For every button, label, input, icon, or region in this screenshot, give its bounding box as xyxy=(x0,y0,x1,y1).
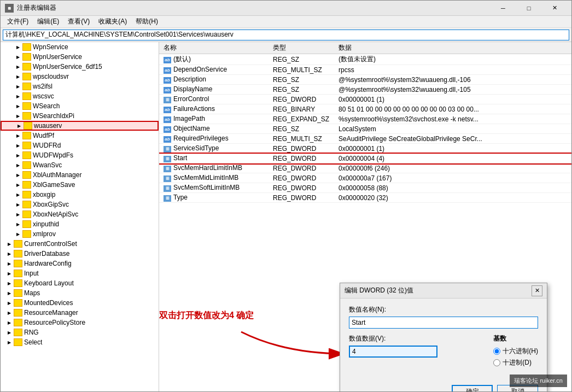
tree-item-wudfwpdfs[interactable]: ▶ WUDFWpdFs xyxy=(1,150,159,160)
tree-item-xblgamesave[interactable]: ▶ XblGameSave xyxy=(1,180,159,190)
reg-type-icon: ⊞ xyxy=(164,195,171,202)
reg-name-cell: abRequiredPrivileges xyxy=(159,134,269,144)
reg-type-icon: ⊞ xyxy=(164,166,171,172)
table-row[interactable]: ⊞Type REG_DWORD 0x00000020 (32) xyxy=(159,193,571,203)
tree-label: WpnService xyxy=(33,43,68,51)
tree-item-rng[interactable]: ▶ RNG xyxy=(1,327,159,337)
tree-label: Keyboard Layout xyxy=(24,279,74,287)
tree-item-wwansvc[interactable]: ▶ WwanSvc xyxy=(1,160,159,170)
tree-item-resourcemanager[interactable]: ▶ ResourceManager xyxy=(1,308,159,318)
tree-item-input[interactable]: ▶ Input xyxy=(1,268,159,278)
close-button[interactable]: ✕ xyxy=(542,1,567,16)
menu-favorites[interactable]: 收藏夹(A) xyxy=(94,16,131,27)
table-row[interactable]: abObjectName REG_SZ LocalSystem xyxy=(159,124,571,134)
menu-edit[interactable]: 编辑(E) xyxy=(33,16,63,27)
table-row[interactable]: ⊞ErrorControl REG_DWORD 0x00000001 (1) xyxy=(159,95,571,104)
reg-type-icon: ⊞ xyxy=(164,97,171,103)
tree-item-select[interactable]: ▶ Select xyxy=(1,337,159,347)
tree-item-wscsvc[interactable]: ▶ wscsvc xyxy=(1,91,159,101)
reg-type-icon: ⊞ xyxy=(164,185,171,192)
tree-item-keyboard-layout[interactable]: ▶ Keyboard Layout xyxy=(1,278,159,288)
tree-item-driverdatabase[interactable]: ▶ DriverDatabase xyxy=(1,249,159,259)
address-input[interactable] xyxy=(3,30,569,40)
reg-data-cell: 0x000000a7 (167) xyxy=(334,173,571,183)
table-row[interactable]: abDescription REG_SZ @%systemroot%\syste… xyxy=(159,75,571,85)
tree-item-xinputhid[interactable]: ▶ xinputhid xyxy=(1,219,159,229)
dialog-close-button[interactable]: ✕ xyxy=(532,285,542,296)
arrow-icon: ▶ xyxy=(14,180,22,189)
table-row[interactable]: abDependOnService REG_MULTI_SZ rpcss xyxy=(159,65,571,75)
table-row[interactable]: ⊞SvcMemHardLimitInMB REG_DWORD 0x000000f… xyxy=(159,163,571,173)
tree-item-mounteddevices[interactable]: ▶ MountedDevices xyxy=(1,298,159,308)
tree-item-wsearch[interactable]: ▶ WSearch xyxy=(1,101,159,111)
table-row[interactable]: abImagePath REG_EXPAND_SZ %systemroot%\s… xyxy=(159,114,571,124)
table-row[interactable]: ⊞SvcMemMidLimitInMB REG_DWORD 0x000000a7… xyxy=(159,173,571,183)
folder-icon xyxy=(22,201,31,208)
decimal-radio[interactable] xyxy=(493,359,500,366)
table-row[interactable]: abFailureActions REG_BINARY 80 51 01 00 … xyxy=(159,104,571,114)
tree-item-xmlprov[interactable]: ▶ xmlprov xyxy=(1,229,159,239)
window-title: 注册表编辑器 xyxy=(17,3,491,13)
value-name-input[interactable] xyxy=(349,317,538,329)
tree-item-xboxgipsvc[interactable]: ▶ XboxGipSvc xyxy=(1,200,159,209)
table-row[interactable]: ⊞Start REG_DWORD 0x00000004 (4) xyxy=(159,154,571,163)
value-data-input[interactable] xyxy=(349,346,437,358)
reg-type-icon: ab xyxy=(164,126,171,133)
tree-item-wudfpf[interactable]: ▶ WudfPf xyxy=(1,131,159,141)
arrow-icon: ▶ xyxy=(5,328,14,337)
tree-item-wpnuserservice6df[interactable]: ▶ WpnUserService_6df15 xyxy=(1,62,159,72)
menu-view[interactable]: 查看(V) xyxy=(63,16,94,27)
registry-table: 名称 类型 数据 ab(默认) REG_SZ (数值未设置) abDependO… xyxy=(159,42,571,203)
edit-dword-dialog: 编辑 DWORD (32 位)值 ✕ 数值名称(N): 数值数据(V): 基数 xyxy=(340,283,547,391)
hex-radio[interactable] xyxy=(493,348,500,355)
table-row[interactable]: abRequiredPrivileges REG_MULTI_SZ SeAudi… xyxy=(159,134,571,144)
table-row[interactable]: ⊞SvcMemSoftLimitInMB REG_DWORD 0x0000005… xyxy=(159,183,571,193)
arrow-icon: ▶ xyxy=(5,289,14,297)
tree-item-currentcontrolset[interactable]: ▶ CurrentControlSet xyxy=(1,239,159,249)
table-row[interactable]: ab(默认) REG_SZ (数值未设置) xyxy=(159,54,571,65)
arrow-icon: ▶ xyxy=(14,72,22,81)
menu-file[interactable]: 文件(F) xyxy=(3,16,33,27)
tree-item-wpnservice[interactable]: ▶ WpnService xyxy=(1,42,159,52)
reg-type-icon: ab xyxy=(164,87,171,93)
folder-icon xyxy=(22,191,31,198)
arrow-icon: ▶ xyxy=(5,239,14,248)
tree-label: DriverDatabase xyxy=(24,250,69,258)
tree-item-resourcepolicystore[interactable]: ▶ ResourcePolicyStore xyxy=(1,318,159,327)
tree-item-wudfrd[interactable]: ▶ WUDFRd xyxy=(1,141,159,150)
cancel-button[interactable]: 取消 xyxy=(497,385,538,391)
tree-label: CurrentControlSet xyxy=(24,240,77,248)
tree-label: xinputhid xyxy=(33,220,59,228)
tree-item-xboxgip[interactable]: ▶ xboxgip xyxy=(1,190,159,200)
tree-item-xboxnetapisvc[interactable]: ▶ XboxNetApiSvc xyxy=(1,209,159,219)
tree-item-wsearchidxpi[interactable]: ▶ WSearchIdxPi xyxy=(1,111,159,121)
tree-item-wpscloudsvr[interactable]: ▶ wpscloudsvr xyxy=(1,72,159,81)
reg-name-cell: ⊞SvcMemHardLimitInMB xyxy=(159,163,269,173)
reg-name-cell: abDependOnService xyxy=(159,65,269,75)
tree-panel[interactable]: ▶ WpnService ▶ WpnUserService ▶ WpnUserS… xyxy=(1,42,159,391)
tree-item-ws2ifsl[interactable]: ▶ ws2ifsl xyxy=(1,81,159,91)
main-area: ▶ WpnService ▶ WpnUserService ▶ WpnUserS… xyxy=(1,42,571,391)
decimal-radio-label[interactable]: 十进制(D) xyxy=(493,358,538,367)
reg-name-cell: ⊞ErrorControl xyxy=(159,95,269,104)
menu-help[interactable]: 帮助(H) xyxy=(131,16,162,27)
folder-icon xyxy=(22,53,31,61)
tree-item-maps[interactable]: ▶ Maps xyxy=(1,288,159,298)
arrow-icon: ▶ xyxy=(14,151,22,160)
tree-item-xblauthmanager[interactable]: ▶ XblAuthManager xyxy=(1,170,159,180)
table-row[interactable]: abDisplayName REG_SZ @%systemroot%\syste… xyxy=(159,85,571,95)
table-row[interactable]: ⊞ServiceSidType REG_DWORD 0x00000001 (1) xyxy=(159,144,571,154)
ok-button[interactable]: 确定 xyxy=(452,385,493,391)
folder-icon xyxy=(14,299,22,307)
minimize-button[interactable]: ─ xyxy=(491,1,516,16)
hex-radio-label[interactable]: 十六进制(H) xyxy=(493,347,538,356)
maximize-button[interactable]: □ xyxy=(516,1,541,16)
tree-item-wuauserv[interactable]: ▶ wuauserv xyxy=(1,121,159,131)
tree-item-hardwareconfig[interactable]: ▶ HardwareConfig xyxy=(1,259,159,268)
tree-label: ResourcePolicyStore xyxy=(24,319,85,326)
reg-type-cell: REG_BINARY xyxy=(269,104,334,114)
reg-name-cell: ab(默认) xyxy=(159,54,269,65)
tree-item-wpnuserservice[interactable]: ▶ WpnUserService xyxy=(1,52,159,62)
reg-type-cell: REG_DWORD xyxy=(269,154,334,163)
tree-label: WpnUserService xyxy=(33,53,82,61)
